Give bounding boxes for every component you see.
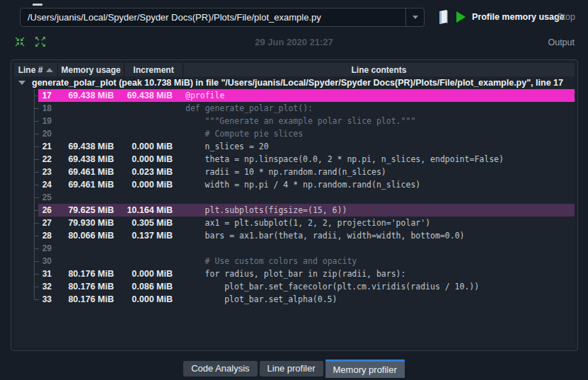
column-header-increment[interactable]: Increment xyxy=(125,63,183,76)
memory-usage-value: 69.461 MiB xyxy=(55,178,122,191)
line-contents: @profile xyxy=(180,89,575,102)
tree-branch-icon xyxy=(14,89,38,102)
line-contents xyxy=(180,242,575,255)
line-number: 18 xyxy=(38,102,55,115)
line-number: 33 xyxy=(38,293,55,306)
column-header-contents[interactable]: Line contents xyxy=(183,63,575,76)
profiler-row[interactable]: 20 # Compute pie slices xyxy=(14,127,575,140)
profile-memory-button[interactable]: Profile memory usage xyxy=(472,12,565,22)
tree-expand-icon[interactable] xyxy=(18,81,25,85)
increment-value: 0.000 MiB xyxy=(122,267,180,280)
line-contents xyxy=(180,191,575,204)
line-contents: # Compute pie slices xyxy=(180,127,575,140)
increment-value: 0.000 MiB xyxy=(122,140,180,153)
line-contents: radii = 10 * np.random.rand(n_slices) xyxy=(180,166,575,178)
profiler-row[interactable]: 18 def generate_polar_plot(): xyxy=(14,102,575,115)
profiler-row[interactable]: 24 69.461 MiB 0.000 MiB width = np.pi / … xyxy=(14,178,575,191)
tree-branch-icon xyxy=(14,217,38,229)
increment-value xyxy=(122,127,180,140)
tab-line-profiler[interactable]: Line profiler xyxy=(260,361,323,376)
memory-usage-value xyxy=(55,191,122,204)
increment-value: 0.086 MiB xyxy=(122,280,180,293)
increment-value: 10.164 MiB xyxy=(122,204,180,217)
increment-value: 0.305 MiB xyxy=(122,217,180,229)
file-path-value[interactable]: /Users/juanis/Local/Spyder/Spyder Docs(P… xyxy=(21,12,405,23)
memory-usage-value xyxy=(55,242,122,255)
line-number: 31 xyxy=(38,267,55,280)
line-contents: plot_bar.set_alpha(0.5) xyxy=(180,293,575,306)
memory-usage-value: 69.438 MiB xyxy=(55,89,122,102)
profiler-row[interactable]: 30 # Use custom colors and opacity xyxy=(14,255,575,267)
line-number: 24 xyxy=(38,178,55,191)
line-contents: ax1 = plt.subplot(1, 2, 2, projection='p… xyxy=(180,217,575,229)
column-header-line[interactable]: Line # xyxy=(14,63,58,76)
function-root-row[interactable]: generate_polar_plot (peak 10.738 MiB) in… xyxy=(14,76,575,89)
profiler-row[interactable]: 19 """Generate an example polar slice pl… xyxy=(14,115,575,127)
profiler-row[interactable]: 28 80.066 MiB 0.137 MiB bars = ax1.bar(t… xyxy=(14,229,575,242)
profiler-row[interactable]: 29 xyxy=(14,242,575,255)
profiler-results-panel: Line # Memory usage Increment Line conte… xyxy=(11,59,578,351)
line-contents: plt.subplots(figsize=(15, 6)) xyxy=(180,204,575,217)
increment-value: 0.000 MiB xyxy=(122,178,180,191)
tree-branch-icon xyxy=(14,127,38,140)
line-number: 25 xyxy=(38,191,55,204)
increment-value xyxy=(122,115,180,127)
function-root-label: generate_polar_plot (peak 10.738 MiB) in… xyxy=(32,78,563,88)
profiler-row[interactable]: 23 69.461 MiB 0.023 MiB radii = 10 * np.… xyxy=(14,166,575,178)
line-number: 20 xyxy=(38,127,55,140)
tab-memory-profiler[interactable]: Memory profiler xyxy=(325,359,405,378)
line-number: 21 xyxy=(38,140,55,153)
profiler-row[interactable]: 31 80.176 MiB 0.000 MiB for radius, plot… xyxy=(14,267,575,280)
column-header-memory[interactable]: Memory usage xyxy=(58,63,125,76)
tab-code-analysis[interactable]: Code Analysis xyxy=(183,361,257,376)
window-handle xyxy=(33,4,42,6)
tree-branch-icon xyxy=(14,242,38,255)
increment-value xyxy=(122,191,180,204)
tree-branch-icon xyxy=(14,255,38,267)
file-path-combobox[interactable]: /Users/juanis/Local/Spyder/Spyder Docs(P… xyxy=(20,8,425,27)
line-contents: for radius, plot_bar in zip(radii, bars)… xyxy=(180,267,575,280)
tree-branch-icon xyxy=(14,115,38,127)
sort-ascending-icon xyxy=(46,68,53,72)
tree-branch-icon xyxy=(14,191,38,204)
path-dropdown-button[interactable] xyxy=(405,8,424,26)
tree-branch-icon xyxy=(14,153,38,166)
line-contents: """Generate an example polar slice plot.… xyxy=(180,115,575,127)
chevron-down-icon xyxy=(413,16,418,19)
line-number: 30 xyxy=(38,255,55,267)
line-number: 27 xyxy=(38,217,55,229)
memory-usage-value: 79.930 MiB xyxy=(55,217,122,229)
output-link[interactable]: Output xyxy=(548,38,575,47)
increment-value: 0.000 MiB xyxy=(122,153,180,166)
profiler-row[interactable]: 32 80.176 MiB 0.086 MiB plot_bar.set_fac… xyxy=(14,280,575,293)
memory-usage-value xyxy=(55,127,122,140)
run-timestamp: 29 Jun 2020 21:27 xyxy=(0,37,588,47)
profiler-row[interactable]: 25 xyxy=(14,191,575,204)
profiler-row[interactable]: 17 69.438 MiB 69.438 MiB @profile xyxy=(14,89,575,102)
line-number: 23 xyxy=(38,166,55,178)
plugin-tab-bar: Code AnalysisLine profilerMemory profile… xyxy=(0,359,588,378)
open-file-icon[interactable] xyxy=(436,9,449,28)
tree-branch-icon xyxy=(14,204,38,217)
memory-usage-value: 69.438 MiB xyxy=(55,140,122,153)
increment-value xyxy=(122,102,180,115)
profiler-row[interactable]: 21 69.438 MiB 0.000 MiB n_slices = 20 xyxy=(14,140,575,153)
memory-usage-value: 69.438 MiB xyxy=(55,153,122,166)
line-contents: plot_bar.set_facecolor(plt.cm.viridis(ra… xyxy=(180,280,575,293)
memory-usage-value: 80.176 MiB xyxy=(55,280,122,293)
profiler-rows: 17 69.438 MiB 69.438 MiB @profile 18 def… xyxy=(14,89,575,306)
profiler-row[interactable]: 33 80.176 MiB 0.000 MiB plot_bar.set_alp… xyxy=(14,293,575,306)
profiler-row[interactable]: 27 79.930 MiB 0.305 MiB ax1 = plt.subplo… xyxy=(14,217,575,229)
play-icon[interactable] xyxy=(456,11,466,23)
line-contents: # Use custom colors and opacity xyxy=(180,255,575,267)
tree-branch-icon xyxy=(14,293,38,306)
line-number: 26 xyxy=(38,204,55,217)
tree-branch-icon xyxy=(14,166,38,178)
memory-usage-value: 80.066 MiB xyxy=(55,229,122,242)
profiler-row[interactable]: 22 69.438 MiB 0.000 MiB theta = np.linsp… xyxy=(14,153,575,166)
memory-usage-value: 80.176 MiB xyxy=(55,293,122,306)
stop-button[interactable]: Stop xyxy=(557,12,575,22)
profiler-row[interactable]: 26 79.625 MiB 10.164 MiB plt.subplots(fi… xyxy=(14,204,575,217)
memory-usage-value: 69.461 MiB xyxy=(55,166,122,178)
increment-value: 0.137 MiB xyxy=(122,229,180,242)
